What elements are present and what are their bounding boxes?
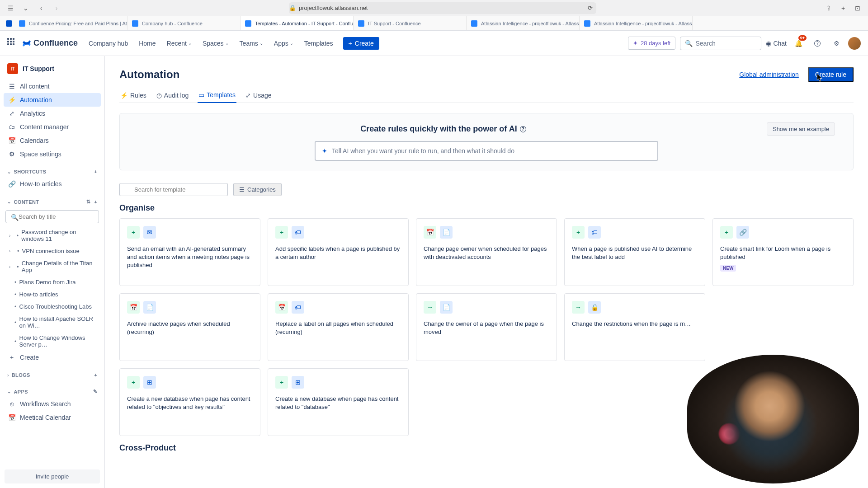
share-icon[interactable]: ⇪ — [824, 3, 834, 13]
sidebar-automation[interactable]: ⚡Automation — [4, 93, 101, 107]
create-rule-button[interactable]: Create rule — [808, 67, 854, 82]
tab-rules[interactable]: ⚡Rules — [119, 88, 147, 103]
nav-company-hub[interactable]: Company hub — [85, 37, 132, 50]
invite-people-button[interactable]: Invite people — [5, 469, 100, 483]
trial-badge[interactable]: ✦28 days left — [628, 37, 676, 50]
categories-button[interactable]: ☰Categories — [233, 183, 282, 196]
global-admin-link[interactable]: Global administration — [739, 71, 799, 78]
tab-audit-log[interactable]: ◷Audit log — [156, 88, 189, 103]
tab-1[interactable]: Company hub - Confluence — [127, 16, 241, 30]
tree-item[interactable]: •Plans Demo from Jira — [4, 276, 101, 288]
tab-0[interactable]: Confluence Pricing: Free and Paid Plans … — [14, 16, 127, 30]
tree-item[interactable]: ›•Change Details of the Titan App — [4, 257, 101, 276]
tree-item[interactable]: •How to Change Windows Server p… — [4, 332, 101, 351]
page-icon: 📄 — [440, 226, 453, 239]
sidebar-toggle-icon[interactable]: ☰ — [5, 3, 15, 13]
sidebar-create[interactable]: +Create — [4, 351, 101, 364]
nav-spaces[interactable]: Spaces⌄ — [199, 37, 232, 50]
new-badge: NEW — [720, 265, 736, 272]
sidebar-search[interactable]: 🔍 — [5, 210, 99, 223]
template-card[interactable]: →🔒Change the restrictions when the page … — [564, 293, 705, 361]
shortcuts-header[interactable]: ⌄SHORTCUTS+ — [4, 166, 101, 177]
tab-2[interactable]: Templates - Automation - IT Support - Co… — [241, 16, 354, 30]
tab-usage[interactable]: ⤢Usage — [245, 88, 272, 103]
create-button[interactable]: +Create — [343, 37, 379, 50]
app-item[interactable]: 📅Meetical Calendar — [4, 411, 101, 424]
plus-icon[interactable]: + — [94, 199, 97, 205]
tab-5[interactable]: Atlassian Intelligence - projectflowuk -… — [580, 16, 693, 30]
app-switcher-icon[interactable] — [7, 38, 18, 49]
template-card[interactable]: →📄Change the owner of a page when the pa… — [416, 293, 557, 361]
template-search[interactable]: 🔍 — [119, 183, 228, 196]
new-tab-icon[interactable]: + — [838, 3, 848, 13]
tag-icon: 🏷 — [292, 226, 304, 239]
chevron-down-icon: ⌄ — [7, 169, 11, 174]
refresh-icon[interactable]: ⟳ — [588, 5, 596, 11]
shortcut-item[interactable]: 🔗How-to articles — [4, 177, 101, 191]
sidebar-analytics[interactable]: ⤢Analytics — [4, 107, 101, 120]
template-card[interactable]: 📅📄Change page owner when scheduled for p… — [416, 218, 557, 286]
nav-apps[interactable]: Apps⌄ — [270, 37, 297, 50]
template-card[interactable]: +🔗Create smart link for Loom when a page… — [712, 218, 854, 286]
tree-item[interactable]: •How to install Apache SOLR on Wi… — [4, 313, 101, 332]
chevron-right-icon[interactable]: › — [9, 264, 14, 269]
settings-icon[interactable]: ⚙ — [829, 36, 844, 51]
tree-item[interactable]: •Cisco Troubleshooting Labs — [4, 300, 101, 313]
page-icon: 📄 — [440, 301, 453, 314]
avatar[interactable] — [848, 37, 861, 50]
template-card[interactable]: +🏷When a page is published use AI to det… — [564, 218, 705, 286]
content-header[interactable]: ⌄CONTENT⇅+ — [4, 196, 101, 207]
calendar-icon: 📅 — [127, 301, 140, 314]
arrow-icon: → — [424, 301, 436, 314]
notifications-icon[interactable]: 🔔9+ — [791, 36, 806, 51]
template-card[interactable]: 📅🏷Replace a label on all pages when sche… — [268, 293, 409, 361]
filter-icon[interactable]: ⇅ — [86, 199, 90, 205]
chevron-right-icon[interactable]: › — [9, 249, 14, 253]
show-example-button[interactable]: Show me an example — [767, 122, 835, 136]
ai-input[interactable]: ✦ Tell AI when you want your rule to run… — [315, 141, 658, 161]
help-icon[interactable]: ? — [520, 126, 526, 132]
template-card[interactable]: +⊞Create a new database when page has co… — [268, 368, 409, 436]
sidebar-calendars[interactable]: 📅Calendars — [4, 134, 101, 147]
url-bar[interactable]: 🔒 projectflowuk.atlassian.net ⟳ — [289, 2, 596, 14]
template-card[interactable]: +⊞Create a new database when page has co… — [119, 368, 260, 436]
plus-icon: + — [127, 376, 140, 389]
tab-4[interactable]: Atlassian Intelligence - projectflowuk -… — [467, 16, 580, 30]
nav-recent[interactable]: Recent⌄ — [163, 37, 195, 50]
tree-item[interactable]: ›•VPN connection issue — [4, 245, 101, 257]
confluence-logo[interactable]: Confluence — [22, 38, 78, 48]
nav-home[interactable]: Home — [135, 37, 159, 50]
template-card[interactable]: +✉Send an email with an AI-generated sum… — [119, 218, 260, 286]
sidebar-all-content[interactable]: ☰All content — [4, 80, 101, 93]
apps-header[interactable]: ⌄APPS✎ — [4, 386, 101, 397]
blogs-header[interactable]: ›BLOGS+ — [4, 370, 101, 380]
chevron-down-icon[interactable]: ⌄ — [21, 3, 31, 13]
template-card[interactable]: 📅📄Archive inactive pages when scheduled … — [119, 293, 260, 361]
space-header[interactable]: IT IT Support — [4, 60, 101, 78]
link-icon: 🔗 — [8, 180, 15, 188]
sidebar-content-manager[interactable]: 🗂Content manager — [4, 120, 101, 134]
tab-3[interactable]: IT Support - Confluence — [354, 16, 467, 30]
tab-templates[interactable]: ▭Templates — [198, 88, 236, 103]
tree-item[interactable]: ›•Password change on windows 11 — [4, 226, 101, 245]
tree-item[interactable]: •How-to articles — [4, 288, 101, 300]
template-card[interactable]: +🏷Add specific labels when a page is pub… — [268, 218, 409, 286]
sidebar-space-settings[interactable]: ⚙Space settings — [4, 147, 101, 161]
help-icon[interactable]: ? — [810, 36, 825, 51]
plus-icon[interactable]: + — [94, 169, 97, 174]
forward-icon[interactable]: › — [52, 3, 61, 13]
chat-button[interactable]: ◉Chat — [766, 40, 787, 47]
nav-templates[interactable]: Templates — [301, 37, 337, 50]
plus-icon[interactable]: + — [94, 372, 97, 378]
search-input[interactable]: 🔍Search — [680, 37, 761, 50]
ai-title: Create rules quickly with the power of A… — [360, 124, 526, 134]
browser-toolbar: ☰ ⌄ ‹ › 🔒 projectflowuk.atlassian.net ⟳ … — [0, 0, 868, 16]
app-item[interactable]: ⎋Workflows Search — [4, 397, 101, 411]
top-nav: Confluence Company hub Home Recent⌄ Spac… — [0, 31, 868, 56]
back-icon[interactable]: ‹ — [36, 3, 46, 13]
nav-teams[interactable]: Teams⌄ — [236, 37, 267, 50]
tabs-icon[interactable]: ⊡ — [853, 3, 863, 13]
chevron-right-icon[interactable]: › — [9, 233, 14, 238]
sparkle-icon: ✦ — [322, 147, 327, 155]
edit-icon[interactable]: ✎ — [93, 389, 97, 394]
